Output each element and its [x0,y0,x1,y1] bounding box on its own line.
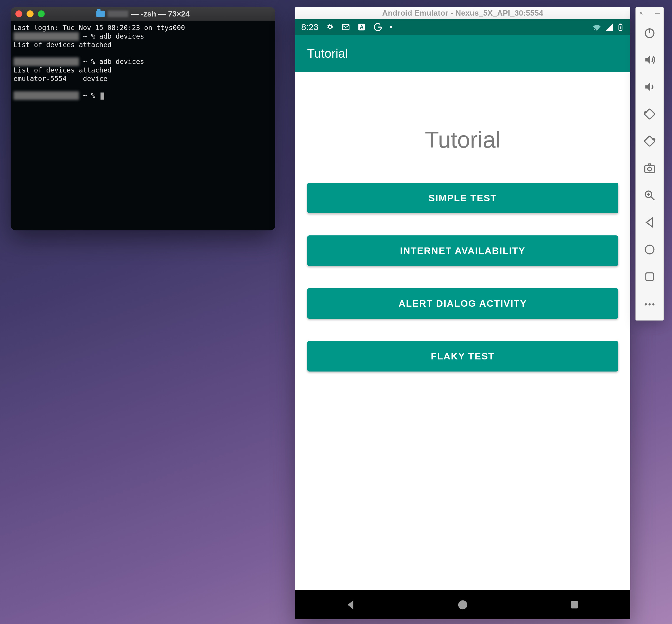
terminal-title: — -zsh — 73×24 [131,9,190,19]
overview-button[interactable] [640,267,659,287]
simple-test-button[interactable]: SIMPLE TEST [307,183,618,213]
status-left: 8:23 A [301,22,392,32]
desktop-background: — -zsh — 73×24 Last login: Tue Nov 15 08… [0,0,672,624]
dot-icon [390,26,392,28]
svg-rect-20 [646,273,653,281]
screen-title: Tutorial [425,126,500,153]
nav-back-button[interactable] [342,596,360,614]
alert-dialog-activity-button[interactable]: ALERT DIALOG ACTIVITY [307,288,618,319]
svg-point-23 [652,303,654,305]
traffic-light-zoom[interactable] [38,10,45,17]
terminal-window[interactable]: — -zsh — 73×24 Last login: Tue Nov 15 08… [10,7,275,230]
android-status-bar[interactable]: 8:23 A × [295,19,630,35]
traffic-light-minimize[interactable] [27,10,33,17]
toolbar-close-button[interactable]: × [639,9,643,17]
svg-point-14 [648,167,652,171]
back-button[interactable] [640,212,659,232]
terminal-line: List of devices attached [14,41,272,49]
svg-rect-13 [645,165,655,173]
svg-text:A: A [360,24,364,30]
cursor [100,93,104,100]
emulator-window[interactable]: Android Emulator - Nexus_5X_API_30:5554 … [295,7,630,619]
mail-icon [341,23,350,31]
power-button[interactable] [640,23,659,43]
svg-line-16 [651,197,655,200]
rotate-left-button[interactable] [640,104,659,124]
app-bar: Tutorial [295,35,630,72]
svg-rect-6 [620,24,621,24]
emulator-toolbar: × — [636,7,664,320]
emulator-titlebar[interactable]: Android Emulator - Nexus_5X_API_30:5554 [295,7,630,19]
terminal-line [14,83,272,91]
status-time: 8:23 [301,22,318,32]
svg-text:×: × [594,28,595,31]
app-bar-title: Tutorial [307,47,348,61]
svg-point-7 [458,600,468,609]
terminal-line: List of devices attached [14,66,272,75]
emulator-phone-frame: 8:23 A × [295,19,630,619]
svg-rect-11 [644,109,655,119]
nav-recents-button[interactable] [566,596,583,614]
terminal-body[interactable]: Last login: Tue Nov 15 08:20:23 on ttys0… [10,21,275,230]
nav-home-button[interactable] [454,596,472,614]
svg-point-19 [645,245,654,254]
volume-down-button[interactable] [640,77,659,97]
app-content: Tutorial SIMPLE TEST INTERNET AVAILABILI… [295,72,630,590]
toolbar-header: × — [636,7,664,19]
terminal-line: xxxxxxxxxxxxxxxx ~ % adb devices [14,32,272,41]
folder-icon [96,10,105,17]
gear-icon [325,23,334,31]
terminal-title-wrap: — -zsh — 73×24 [10,9,275,19]
terminal-prompt-line: xxxxxxxxxxxxxxxx ~ % [14,91,272,100]
svg-rect-8 [571,601,578,609]
toolbar-minimize-button[interactable]: — [655,10,660,16]
svg-rect-12 [644,136,655,147]
svg-point-21 [645,303,647,305]
emulator-title: Android Emulator - Nexus_5X_API_30:5554 [382,8,543,18]
a-badge-icon: A [357,23,366,31]
volume-up-button[interactable] [640,50,659,70]
terminal-line: Last login: Tue Nov 15 08:20:23 on ttys0… [14,24,272,32]
wifi-icon: × [592,22,602,32]
terminal-titlebar[interactable]: — -zsh — 73×24 [10,7,275,21]
terminal-line: emulator-5554 device [14,75,272,83]
google-icon [373,22,382,32]
svg-point-22 [648,303,650,305]
traffic-light-close[interactable] [15,10,22,17]
rotate-right-button[interactable] [640,131,659,151]
zoom-button[interactable] [640,185,659,205]
screenshot-button[interactable] [640,158,659,178]
android-nav-bar [295,590,630,619]
home-button[interactable] [640,239,659,260]
internet-availability-button[interactable]: INTERNET AVAILABILITY [307,235,618,266]
status-right: × [592,22,624,32]
battery-icon [617,23,624,31]
terminal-title-user-redacted [107,10,128,17]
flaky-test-button[interactable]: FLAKY TEST [307,341,618,371]
terminal-line [14,49,272,57]
signal-icon [605,23,614,31]
terminal-line: xxxxxxxxxxxxxxxx ~ % adb devices [14,57,272,66]
more-button[interactable] [640,294,659,314]
